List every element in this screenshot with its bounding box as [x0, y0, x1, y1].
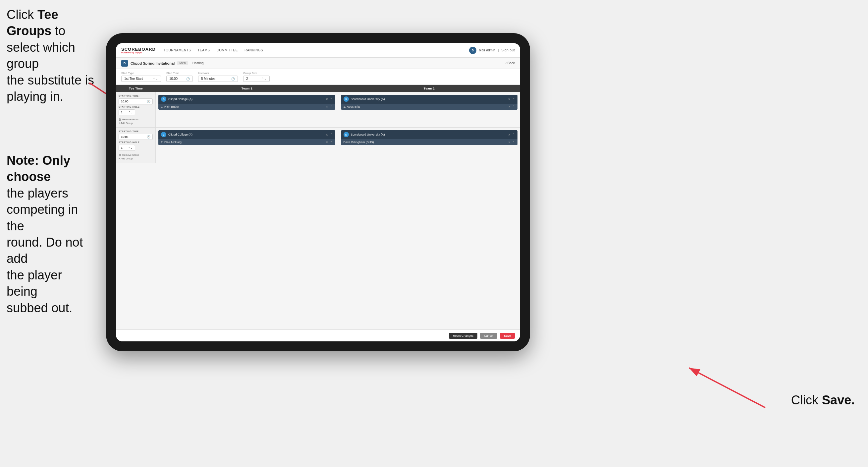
annotation-top-left: Click Tee Groups toselect which groupthe… — [0, 0, 103, 105]
reset-changes-button[interactable]: Reset Changes — [449, 333, 477, 339]
team-1-1-actions: × ⌃ — [326, 97, 333, 101]
add-group-1-button[interactable]: + Add Group — [119, 122, 153, 125]
group-row-2: STARTING TIME: 10:05 🕐 STARTING HOLE: 1 … — [116, 127, 520, 163]
navbar-user: B blair admin | Sign out — [469, 47, 515, 54]
save-button[interactable]: Save — [500, 333, 515, 339]
time-icon-1: 🕐 — [147, 100, 150, 103]
team-2-1-icon: B — [161, 132, 166, 137]
footer: Reset Changes Cancel Save — [116, 329, 520, 341]
group-2-hole-input[interactable]: 1 ⌃⌄ — [119, 145, 135, 151]
group-1-team2: S Scoreboard University (A) × ⌃ 1. Rees … — [338, 92, 521, 127]
team-card-2-2-header: S Scoreboard University (A) × ⌃ — [341, 130, 518, 139]
player-1-1-1-actions: × ⌃ — [326, 105, 332, 108]
group-size-spinner: ⌃⌄ — [261, 77, 267, 81]
team-2-2-name[interactable]: Scoreboard University (A) — [351, 133, 506, 136]
player-2-1-1-expand[interactable]: ⌃ — [330, 141, 333, 144]
nav-tournaments[interactable]: TOURNAMENTS — [164, 49, 191, 52]
group-size-input[interactable]: 2 ⌃⌄ — [243, 76, 270, 82]
nav-rankings[interactable]: RANKINGS — [245, 49, 263, 52]
back-button[interactable]: ‹ Back — [505, 61, 515, 65]
player-name-2-1-1: 2. Blair McHarg — [161, 141, 326, 144]
team-1-2-icon: S — [344, 96, 349, 102]
team-card-1-2: S Scoreboard University (A) × ⌃ 1. Rees … — [341, 95, 518, 110]
cancel-button[interactable]: Cancel — [480, 333, 497, 339]
team-2-1-expand[interactable]: ⌃ — [330, 133, 333, 137]
team-2-1-close[interactable]: × — [326, 133, 328, 137]
player-1-1-1-close[interactable]: × — [326, 105, 328, 108]
annotation-right: Click Save. — [791, 393, 855, 407]
group-1-time-input[interactable]: 10:00 🕐 — [119, 98, 153, 105]
annotation-text: Click Tee Groups toselect which groupthe… — [7, 8, 94, 104]
start-time-label: Start Time — [166, 71, 193, 75]
player-2-1-1-actions: × ⌃ — [326, 141, 332, 144]
start-type-label: Start Type — [121, 71, 161, 75]
team-1-2-actions: × ⌃ — [508, 97, 515, 101]
team-1-1-icon: B — [161, 96, 166, 102]
hole-spinner-1: ⌃⌄ — [128, 111, 133, 114]
tablet-frame: SCOREBOARD Powered by clippd TOURNAMENTS… — [106, 33, 530, 351]
nav-committee[interactable]: COMMITTEE — [216, 49, 238, 52]
player-2-1-1-close[interactable]: × — [326, 141, 328, 144]
team-1-1-expand[interactable]: ⌃ — [330, 97, 333, 101]
add-group-2-button[interactable]: + Add Group — [119, 157, 153, 160]
user-name: blair admin — [479, 49, 495, 52]
main-content: STARTING TIME: 10:00 🕐 STARTING HOLE: 1 … — [116, 92, 520, 329]
player-1-1-1-expand[interactable]: ⌃ — [330, 105, 333, 108]
event-badge: Men — [177, 61, 187, 65]
player-1-2-1-close[interactable]: × — [508, 105, 510, 108]
team-card-1-1-header: B Clippd College (A) × ⌃ — [158, 95, 335, 104]
sign-out-link[interactable]: Sign out — [501, 49, 515, 52]
navbar-logo: SCOREBOARD Powered by clippd — [121, 47, 156, 54]
group-1-left: STARTING TIME: 10:00 🕐 STARTING HOLE: 1 … — [116, 92, 156, 127]
annotation-bold-tee-groups: Tee Groups — [7, 8, 58, 38]
group-row-1: STARTING TIME: 10:00 🕐 STARTING HOLE: 1 … — [116, 92, 520, 127]
intervals-group: Intervals 5 Minutes 🕐 — [198, 71, 238, 82]
settings-row: Start Type 1st Tee Start ⌃⌄ Start Time 1… — [116, 69, 520, 85]
team-1-1-name[interactable]: Clippd College (A) — [168, 97, 324, 101]
player-name-1-1-1: 1. Rich Butler — [161, 105, 326, 108]
team-card-2-1: B Clippd College (A) × ⌃ 2. Blair McHarg — [158, 130, 335, 145]
team-2-1-name[interactable]: Clippd College (A) — [168, 133, 324, 136]
team-1-1-close[interactable]: × — [326, 97, 328, 101]
player-row-1-1-1: 1. Rich Butler × ⌃ — [158, 104, 335, 110]
annotation-bottom-left: Note: Only choosethe playerscompeting in… — [0, 152, 103, 316]
group-1-team1: B Clippd College (A) × ⌃ 1. Rich Butler — [156, 92, 338, 127]
time-icon-2: 🕐 — [147, 135, 150, 139]
remove-group-2-button[interactable]: 🗑 Remove Group — [119, 153, 153, 156]
start-time-spinner: 🕐 — [186, 77, 190, 81]
hosting-label: Hosting — [192, 61, 204, 65]
group-2-teams: B Clippd College (A) × ⌃ 2. Blair McHarg — [156, 127, 520, 163]
player-1-2-1-expand[interactable]: ⌃ — [512, 105, 515, 108]
nav-teams[interactable]: TEAMS — [197, 49, 210, 52]
group-2-actions: 🗑 Remove Group + Add Group — [119, 153, 153, 160]
player-2-2-1-expand[interactable]: ⌃ — [512, 141, 515, 144]
group-1-hole-input[interactable]: 1 ⌃⌄ — [119, 109, 135, 115]
team-card-2-1-header: B Clippd College (A) × ⌃ — [158, 130, 335, 139]
start-type-spinner: ⌃⌄ — [153, 77, 158, 81]
group-2-team2: S Scoreboard University (A) × ⌃ Dave Bil… — [338, 127, 521, 163]
remove-icon-1: 🗑 — [119, 118, 121, 121]
group-2-time-input[interactable]: 10:05 🕐 — [119, 134, 153, 140]
group-2-team1: B Clippd College (A) × ⌃ 2. Blair McHarg — [156, 127, 338, 163]
group-1-hole-label: STARTING HOLE: — [119, 106, 153, 108]
team-2-2-expand[interactable]: ⌃ — [512, 133, 515, 137]
start-time-input[interactable]: 10:00 🕐 — [166, 76, 193, 82]
remove-group-1-button[interactable]: 🗑 Remove Group — [119, 118, 153, 121]
group-2-time-label: STARTING TIME: — [119, 130, 153, 133]
arrow-save — [689, 368, 765, 408]
intervals-input[interactable]: 5 Minutes 🕐 — [198, 76, 238, 82]
team-1-2-close[interactable]: × — [508, 97, 510, 101]
team-1-2-name[interactable]: Scoreboard University (A) — [351, 97, 506, 101]
player-2-2-1-close[interactable]: × — [508, 141, 510, 144]
annotation-bold-save: Save. — [822, 393, 855, 407]
team1-header: Team 1 — [156, 85, 338, 92]
intervals-spinner: 🕐 — [231, 77, 235, 81]
start-time-group: Start Time 10:00 🕐 — [166, 71, 193, 82]
group-size-label: Group Size — [243, 71, 270, 75]
navbar-links: TOURNAMENTS TEAMS COMMITTEE RANKINGS — [164, 49, 469, 52]
start-type-input[interactable]: 1st Tee Start ⌃⌄ — [121, 76, 161, 82]
player-name-1-2-1: 1. Rees Britt — [344, 105, 508, 108]
team-2-2-close[interactable]: × — [508, 133, 510, 137]
start-type-group: Start Type 1st Tee Start ⌃⌄ — [121, 71, 161, 82]
team-1-2-expand[interactable]: ⌃ — [512, 97, 515, 101]
